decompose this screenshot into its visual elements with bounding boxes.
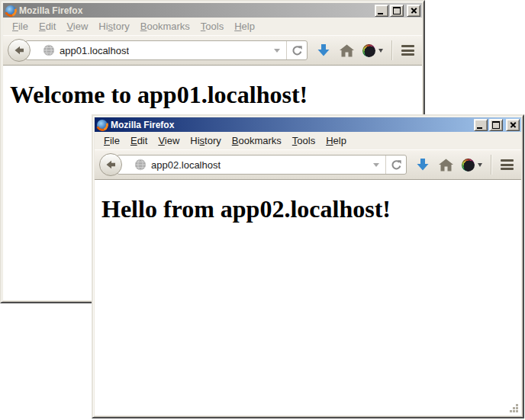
maximize-icon [393,7,401,14]
url-dropdown-arrow[interactable] [373,163,379,167]
reload-icon [391,159,402,171]
addon-button[interactable] [462,159,482,172]
back-arrow-icon [13,44,25,56]
back-button[interactable] [99,153,122,176]
maximize-icon [492,121,500,129]
app-menu-button[interactable] [401,43,415,57]
download-arrow-icon [415,157,430,172]
menu-file[interactable]: File [98,133,125,149]
page-content: Hello from app02.localhost! [95,180,521,415]
addon-icon [362,44,375,57]
minimize-button[interactable] [474,119,488,131]
url-bar[interactable]: app02.localhost [117,155,407,175]
menu-tools[interactable]: Tools [287,133,320,149]
close-icon [510,121,517,128]
navigation-toolbar: app02.localhost [95,149,521,180]
menu-bookmarks[interactable]: Bookmarks [227,133,287,149]
download-arrow-icon [316,43,331,58]
minimize-button[interactable] [375,5,388,17]
hamburger-icon [501,159,514,162]
page-heading: Hello from app02.localhost! [101,195,515,223]
url-dropdown-arrow[interactable] [274,49,280,53]
addon-dropdown-arrow[interactable] [478,163,482,167]
reload-button[interactable] [385,155,406,174]
titlebar[interactable]: Mozilla Firefox [95,117,521,132]
window-controls [474,119,520,131]
home-button[interactable] [439,159,453,172]
menu-file[interactable]: File [7,18,34,34]
firefox-logo-icon[interactable] [5,5,16,16]
window-title: Mozilla Firefox [111,120,174,130]
menubar: File Edit View History Bookmarks Tools H… [3,18,422,35]
reload-button[interactable] [286,41,307,59]
resize-grip[interactable] [509,403,520,414]
menu-help[interactable]: Help [320,133,352,149]
window-controls [375,5,420,17]
menu-history[interactable]: History [93,18,134,34]
download-button[interactable] [415,157,430,172]
navigation-toolbar: app01.localhost [3,35,422,66]
menu-tools[interactable]: Tools [195,18,229,34]
download-button[interactable] [316,43,331,58]
addon-button[interactable] [362,44,383,57]
app-menu-button[interactable] [500,158,514,172]
home-icon [439,159,453,172]
back-button[interactable] [8,39,31,62]
globe-site-icon[interactable] [134,159,147,171]
menu-view[interactable]: View [153,133,185,149]
close-button[interactable] [407,5,420,17]
url-text: app02.localhost [151,159,221,171]
reload-icon [291,45,303,56]
hamburger-icon [401,45,414,47]
menu-history[interactable]: History [185,133,226,149]
globe-site-icon[interactable] [43,44,55,56]
toolbar-separator [491,155,491,175]
addon-dropdown-arrow[interactable] [378,49,383,53]
menu-view[interactable]: View [61,18,93,34]
firefox-window-app02: Mozilla Firefox File Edit View History B… [92,114,524,418]
url-bar[interactable]: app01.localhost [25,40,308,60]
menu-help[interactable]: Help [229,18,260,34]
home-icon [340,44,354,57]
close-icon [411,7,417,14]
page-heading: Welcome to app01.localhost! [10,81,416,109]
minimize-icon [378,13,383,14]
menu-edit[interactable]: Edit [34,18,61,34]
maximize-button[interactable] [390,5,404,17]
close-button[interactable] [506,119,520,131]
url-text: app01.localhost [60,45,129,56]
firefox-logo-icon[interactable] [97,120,108,130]
menu-edit[interactable]: Edit [125,133,153,149]
toolbar-separator [391,40,392,60]
addon-icon [462,159,475,172]
minimize-icon [477,127,482,129]
window-title: Mozilla Firefox [19,5,82,16]
back-arrow-icon [105,159,117,171]
home-button[interactable] [340,44,354,57]
menubar: File Edit View History Bookmarks Tools H… [95,132,521,149]
menu-bookmarks[interactable]: Bookmarks [135,18,195,34]
titlebar[interactable]: Mozilla Firefox [3,3,422,18]
maximize-button[interactable] [489,119,503,131]
